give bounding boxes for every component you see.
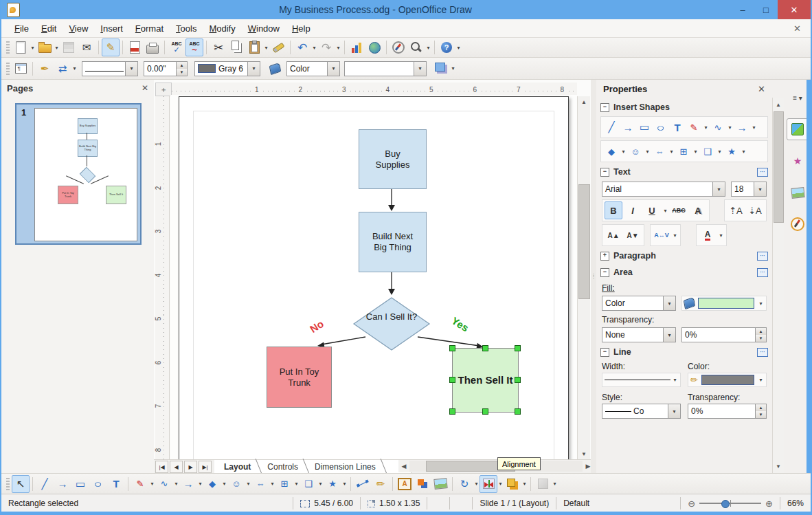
line-color-select[interactable]: Gray 6 ▾ — [194, 61, 260, 76]
drawing-workspace[interactable]: Buy Supplies Build Next Big Thing Can I … — [170, 95, 577, 459]
callout-shapes-button[interactable] — [700, 143, 715, 160]
v-ruler[interactable]: 12345678 — [155, 96, 170, 459]
fill-style-value[interactable]: Color — [287, 64, 327, 74]
first-page-button[interactable]: |◀ — [155, 461, 168, 473]
selection-handle[interactable] — [482, 345, 488, 351]
v-scroll-thumb[interactable] — [578, 184, 590, 299]
new-document-button[interactable] — [12, 39, 30, 56]
selection-handle[interactable] — [515, 345, 521, 351]
area-fill-color-swatch[interactable] — [698, 298, 754, 309]
scroll-up-icon[interactable]: ▲ — [773, 99, 784, 110]
toolbar-overflow[interactable]: ▾ — [455, 45, 462, 51]
sidebar-menu-button[interactable] — [787, 87, 809, 109]
insert-curve-button[interactable] — [686, 119, 701, 135]
callout-shapes-button[interactable] — [300, 475, 317, 493]
line-width-spinner[interactable]: 0.00" ▲▼ — [144, 61, 188, 76]
increase-spacing-button[interactable] — [727, 201, 745, 219]
styles-button[interactable] — [12, 60, 30, 78]
scroll-left-icon[interactable]: ◀ — [398, 463, 409, 470]
font-size-value[interactable]: 18 — [732, 184, 754, 194]
menu-edit[interactable]: Edit — [35, 21, 63, 36]
insert-rectangle-button[interactable] — [637, 119, 652, 135]
pages-panel-close-icon[interactable]: ✕ — [142, 83, 148, 93]
hyperlink-button[interactable] — [365, 39, 383, 56]
insert-arrow-button[interactable] — [620, 119, 635, 135]
flow-node-buy-supplies[interactable]: Buy Supplies — [359, 129, 427, 189]
toolbar-overflow[interactable]: ▾ — [450, 65, 456, 72]
rectangle-tool-button[interactable] — [71, 475, 89, 493]
insert-connector-button[interactable] — [710, 119, 725, 135]
font-name-value[interactable]: Arial — [602, 184, 712, 194]
insert-ellipse-button[interactable] — [653, 119, 668, 135]
menu-file[interactable]: File — [8, 21, 35, 36]
font-size-select[interactable]: 18 ▾ — [731, 182, 767, 197]
increase-font-button[interactable] — [605, 226, 622, 244]
fill-style-dropdown[interactable]: ▾ — [327, 62, 339, 76]
undo-dropdown[interactable]: ▾ — [311, 45, 317, 51]
spellcheck-button[interactable] — [168, 39, 185, 56]
underline-button[interactable]: U — [643, 201, 661, 219]
scroll-up-icon[interactable]: ▲ — [578, 96, 590, 107]
flow-node-build-next-big-thing[interactable]: Build Next Big Thing — [359, 212, 427, 272]
arrow-style-dropdown[interactable]: ▾ — [71, 65, 78, 72]
flow-node-then-sell-it[interactable]: Then Sell It — [452, 348, 519, 413]
line-style-select[interactable]: Co ▾ — [602, 404, 681, 419]
sidebar-close-icon[interactable]: ✕ — [758, 84, 765, 94]
page-thumbnail[interactable]: 1 Buy Supplies Build Next Big Thing Put … — [15, 103, 142, 245]
selection-handle[interactable] — [449, 408, 455, 415]
h-ruler[interactable]: 12345678 — [172, 83, 577, 96]
transparency-type-select[interactable]: None ▾ — [602, 327, 676, 342]
ellipse-tool-button[interactable] — [89, 475, 107, 493]
fill-color-select[interactable]: ▾ — [344, 61, 427, 76]
decrease-spacing-button[interactable] — [746, 201, 764, 219]
line-dialog-button[interactable] — [36, 60, 54, 78]
insert-lines-arrows-button[interactable] — [734, 119, 749, 135]
scroll-down-icon[interactable]: ▼ — [773, 461, 784, 472]
sidebar-tab-properties[interactable] — [787, 118, 809, 140]
line-width-down[interactable]: ▼ — [177, 69, 187, 76]
selection-handle[interactable] — [449, 377, 455, 383]
insert-chart-button[interactable] — [348, 39, 365, 56]
slide-indicator[interactable]: Slide 1 / 1 (Layout) — [480, 498, 549, 508]
text-dialog-launcher-icon[interactable]: ··· — [757, 168, 768, 177]
menu-insert[interactable]: Insert — [94, 21, 129, 36]
arrange-button[interactable] — [504, 475, 521, 493]
from-file-button[interactable] — [414, 475, 431, 493]
insert-line-button[interactable] — [604, 119, 619, 135]
cut-button[interactable] — [210, 39, 227, 56]
menu-window[interactable]: Window — [242, 21, 286, 36]
fill-style-select[interactable]: Color ▾ — [286, 61, 340, 76]
shadow-toggle-button[interactable] — [432, 60, 450, 78]
glue-points-button[interactable] — [372, 475, 390, 493]
line-width-up[interactable]: ▲ — [177, 62, 187, 69]
menu-tools[interactable]: Tools — [170, 21, 203, 36]
line-style-select[interactable]: ▾ — [82, 61, 138, 76]
collapse-icon[interactable]: − — [600, 348, 609, 357]
area-dialog-button[interactable] — [266, 60, 284, 78]
symbol-shapes-button[interactable] — [227, 475, 245, 493]
redo-button[interactable] — [317, 39, 335, 56]
line-width-value[interactable]: 0.00" — [144, 64, 176, 74]
open-dropdown[interactable]: ▾ — [54, 45, 60, 51]
star-shapes-button[interactable] — [724, 143, 739, 160]
line-width-select[interactable]: ▾ — [602, 373, 681, 387]
line-color-swatch[interactable] — [701, 375, 754, 385]
new-document-dropdown[interactable]: ▾ — [30, 45, 36, 51]
text-shadow-button[interactable]: A — [689, 201, 707, 219]
sidebar-scroll-thumb[interactable] — [774, 111, 784, 223]
insert-text-button[interactable] — [670, 119, 685, 135]
basic-shapes-button[interactable] — [604, 143, 619, 160]
zoom-widget[interactable] — [680, 497, 780, 509]
paste-dropdown[interactable]: ▾ — [263, 45, 269, 51]
flowchart-shapes-button[interactable] — [676, 143, 691, 160]
email-button[interactable] — [78, 39, 95, 56]
selection-handle[interactable] — [515, 408, 521, 415]
zoom-percent[interactable]: 66% — [787, 498, 804, 508]
toolbar-grip[interactable] — [6, 478, 10, 490]
line-style-dropdown[interactable]: ▾ — [125, 62, 137, 76]
save-button[interactable] — [60, 39, 78, 56]
decrease-font-button[interactable] — [624, 226, 642, 244]
fill-color-dropdown[interactable]: ▾ — [414, 62, 426, 76]
flow-node-put-in-toy-trunk[interactable]: Put In Toy Trunk — [267, 347, 332, 408]
selection-handle[interactable] — [482, 408, 488, 415]
